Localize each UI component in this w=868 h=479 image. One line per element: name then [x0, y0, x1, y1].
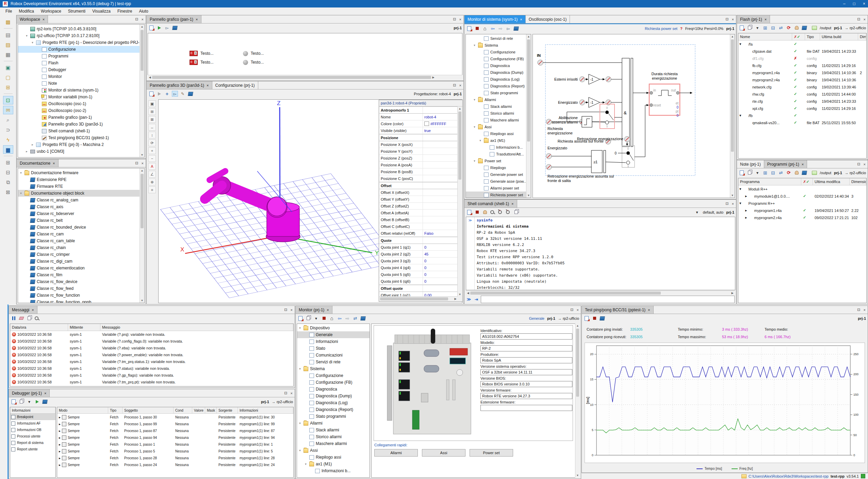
toggle-switch-icon[interactable]: 01	[190, 51, 198, 56]
monitor-tree-item[interactable]: Riepilogo assi	[297, 454, 370, 461]
attachment-icon[interactable]: ⊃	[3, 126, 13, 134]
property-row[interactable]: Offset quote	[379, 285, 458, 292]
pan-horizontal-icon[interactable]: ↔	[148, 124, 156, 131]
doc-tree-item[interactable]: Classe rc_analog_cam	[18, 197, 140, 203]
message-row[interactable]: 10/03/2022 10:36:58 sysm-1 Variabile (?.…	[10, 345, 293, 351]
sysm-tree-item[interactable]: Allarmi power set	[466, 185, 526, 192]
monitor-tree-item[interactable]: Diagnostica (Dump)	[297, 393, 370, 399]
float-panel-icon[interactable]: ⊡	[135, 161, 138, 165]
expander-icon[interactable]: ▸	[25, 150, 29, 153]
breakpoint-row[interactable]: ▸Sempre Fetch Processo 1, passo 94 Nessu…	[57, 434, 293, 441]
monitor-tree-item[interactable]: Diagnostica	[297, 386, 370, 393]
windows-cascade-icon[interactable]: ⧉	[3, 178, 13, 186]
zoom-out-icon[interactable]: −	[148, 155, 156, 162]
pan-vertical-icon[interactable]: ↕	[148, 132, 156, 138]
rotate-view-icon[interactable]: ⟳	[148, 139, 156, 146]
workspace-tree-item[interactable]: Programmi	[18, 53, 140, 60]
properties-icon[interactable]	[148, 25, 154, 31]
help-badge[interactable]: ?	[680, 27, 683, 31]
property-row[interactable]: Quota joint 2 (qj2) 45	[379, 251, 458, 258]
sync-icon[interactable]	[778, 170, 784, 176]
workspace-tree-item[interactable]: ▾ Progetto RTE (prj-1) - Deescrizione de…	[18, 39, 140, 46]
measure-icon[interactable]: ∠	[148, 171, 156, 178]
tab-close-icon[interactable]: ×	[32, 308, 34, 312]
flash-row[interactable]: qmakeall-vs20... ✓ file BAT 25/11/2021 1…	[738, 119, 866, 126]
field-value[interactable]: AS1018.002-A062754	[480, 333, 572, 340]
workspace-tree-item[interactable]: ▸ usbc-1 [COM3]	[18, 148, 140, 155]
workspace-tree-item[interactable]: Flash	[18, 60, 140, 66]
doc-tree-item[interactable]: Firmware RTE	[18, 183, 140, 190]
sysm-tree-item[interactable]: Servizi di rete	[466, 35, 526, 42]
sysm-tree-item[interactable]: Richiesta power set	[466, 192, 526, 198]
home-icon[interactable]	[329, 315, 335, 321]
property-row[interactable]: Posizione X (posX)	[379, 141, 458, 148]
property-row[interactable]: Posizione Z (posZ)	[379, 155, 458, 162]
quick-link-button[interactable]: Assi	[422, 449, 465, 457]
debugger-info-item[interactable]: Breakpoint	[10, 414, 55, 420]
doc-tree-item[interactable]: Classe rc_crimper	[18, 251, 140, 258]
programmi-row[interactable]: ▸mymodule1@1.0.0.... ✓ 02/02/2022 14:40:…	[738, 193, 866, 200]
tab-pannello-grafico[interactable]: Pannello grafico (pan-1)×	[147, 15, 201, 23]
workspace-tree-item[interactable]: Configurazione	[18, 46, 140, 53]
property-row[interactable]: Quota joint 1 (qj1) 0	[379, 244, 458, 251]
doc-tree-item[interactable]: ▾ Documentazione object block	[18, 190, 140, 197]
property-row[interactable]: Offset Z (offsetZ)	[379, 203, 458, 210]
indicator-ball-icon[interactable]	[243, 60, 248, 65]
doc-tree-item[interactable]: Classe rc_cam_table	[18, 237, 140, 244]
monitor-tree-item[interactable]: ▾ ax1 (M1)	[297, 461, 370, 467]
run-icon[interactable]	[156, 25, 162, 31]
workspace-tree-item[interactable]: Test ping/pong BCC/31 (pptest-1)	[18, 134, 140, 141]
tab-debugger[interactable]: Debugger (prj-1)×	[9, 389, 50, 397]
copy-icon[interactable]	[305, 315, 311, 321]
stop-icon[interactable]	[591, 315, 597, 321]
sysm-tree-item[interactable]: Diagnostica (Report)	[466, 83, 526, 89]
tab-close-icon[interactable]: ×	[648, 308, 650, 312]
help-book-icon[interactable]	[599, 315, 605, 321]
diagram-scrollbar[interactable]: ▲▼	[730, 34, 735, 198]
field-value[interactable]: RP-2	[480, 345, 572, 351]
monitor-tree-item[interactable]: Servizi di rete	[297, 359, 370, 365]
property-value[interactable]: 0	[423, 279, 458, 283]
message-row[interactable]: 10/03/2022 10:36:58 sysm-1 Variabile (?.…	[10, 351, 293, 358]
tab-messaggi[interactable]: Messaggi×	[9, 306, 37, 314]
workspace-tree-item[interactable]: Pannello grafico 3D (pan3d-1)	[18, 121, 140, 128]
tab-close-icon[interactable]: ×	[511, 202, 513, 206]
property-row[interactable]: Posizione Y (posY)	[379, 148, 458, 155]
tab-close-icon[interactable]: ×	[327, 308, 329, 312]
field-value[interactable]: OSF a 32bit versione 14.11.11	[480, 369, 572, 375]
tab-monitor[interactable]: Monitor (prj-1)×	[296, 306, 332, 314]
sysm-tree-item[interactable]: ▾ Sistema	[466, 42, 526, 49]
breakpoint-row[interactable]: ▸Sempre Fetch Processo 1, passo 87 Nessu…	[57, 427, 293, 434]
property-value[interactable]: Falso	[423, 231, 458, 235]
expander-icon[interactable]: ▸	[745, 194, 747, 198]
monitor-tree-item[interactable]: Informazioni	[297, 338, 370, 345]
flash-row[interactable]: ▾/fa ✓	[738, 40, 866, 48]
properties-icon[interactable]	[466, 209, 472, 215]
monitor-tree-item[interactable]: ▾ Assi	[297, 447, 370, 454]
doc-tree-item[interactable]: Estensione RPE	[18, 176, 140, 183]
property-value[interactable]: 0	[423, 245, 458, 249]
tab-flash[interactable]: Flash (prj-1)×	[737, 15, 770, 23]
pause-icon[interactable]	[11, 315, 17, 321]
property-row[interactable]: Offset C (offsetC)	[379, 223, 458, 230]
property-row[interactable]: Quota joint 4 (qj4) 0	[379, 264, 458, 271]
sysm-tree-item[interactable]: Stack allarmi	[466, 103, 526, 110]
sysm-tree-item[interactable]: Trasduttore/Att...	[466, 151, 526, 158]
workspace-folder-icon[interactable]	[741, 474, 747, 478]
doc-tree-item[interactable]: Classe rc_flow_device	[18, 278, 140, 285]
tab-shell-comandi[interactable]: Shell comandi (shell-1)×	[464, 200, 517, 208]
breakpoint-row[interactable]: ▸Sempre Fetch Processo 1, passo 99 Nessu…	[57, 420, 293, 427]
doc-tree-item[interactable]: ▾ Documentazione firmware	[18, 169, 140, 176]
doc-tree-item[interactable]: Classe rc_axis	[18, 203, 140, 210]
flash-table-header[interactable]: Nome✗✓TipoUltima buildDime	[738, 33, 866, 40]
monitor-tree-item[interactable]: Configurazione	[297, 372, 370, 379]
monitor-tree-item[interactable]: ▾ Allarmi	[297, 420, 370, 427]
reload-icon[interactable]	[786, 170, 792, 176]
pan1-hscrollbar[interactable]: ◀▶	[148, 75, 462, 80]
properties-icon[interactable]	[739, 25, 745, 31]
workspace-tree-item[interactable]: Debugger	[18, 66, 140, 73]
doc-tree-item[interactable]: Classe rc_bounded_device	[18, 224, 140, 231]
sysm-tree-item[interactable]: Storico allarmi	[466, 110, 526, 117]
expander-icon[interactable]: ▾	[739, 113, 741, 118]
copy-icon[interactable]	[747, 25, 753, 31]
